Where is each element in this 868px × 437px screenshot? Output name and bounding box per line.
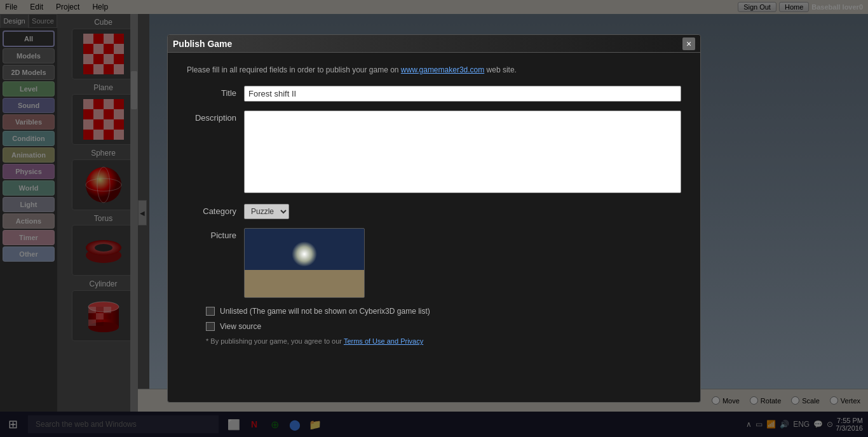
description-label: Description [187,111,244,123]
modal-titlebar: Publish Game × [168,35,700,53]
modal-overlay: Publish Game × Please fill in all requir… [0,0,868,437]
view-source-row: View source [187,322,681,331]
view-source-checkbox[interactable] [206,322,215,331]
category-field: Puzzle [244,204,681,219]
modal-close-button[interactable]: × [682,37,695,50]
description-textarea[interactable] [244,111,681,193]
terms-link[interactable]: Terms of Use and Privacy [344,337,423,345]
category-select[interactable]: Puzzle [244,204,289,219]
modal-title: Publish Game [173,39,682,49]
title-input[interactable] [244,86,681,102]
picture-label: Picture [187,228,244,240]
unlisted-row: Unlisted (The game will not be shown on … [187,307,681,316]
title-label: Title [187,86,244,98]
title-row: Title [187,86,681,102]
view-source-label: View source [220,322,261,331]
modal-intro-link[interactable]: www.gamemaker3d.com [401,65,484,74]
modal-body: Please fill in all required fields in or… [168,53,700,402]
category-row: Category Puzzle [187,204,681,219]
picture-row: Picture [187,228,681,298]
publish-game-modal: Publish Game × Please fill in all requir… [167,34,701,403]
terms-text: * By publishing your game, you agree to … [187,337,681,345]
description-field [244,111,681,195]
picture-glow [292,241,317,267]
unlisted-label: Unlisted (The game will not be shown on … [220,307,430,316]
unlisted-checkbox[interactable] [206,307,215,316]
description-row: Description [187,111,681,195]
category-label: Category [187,204,244,216]
modal-intro-text: Please fill in all required fields in or… [187,65,681,74]
picture-field [244,228,681,298]
title-field [244,86,681,102]
picture-preview [244,228,365,298]
